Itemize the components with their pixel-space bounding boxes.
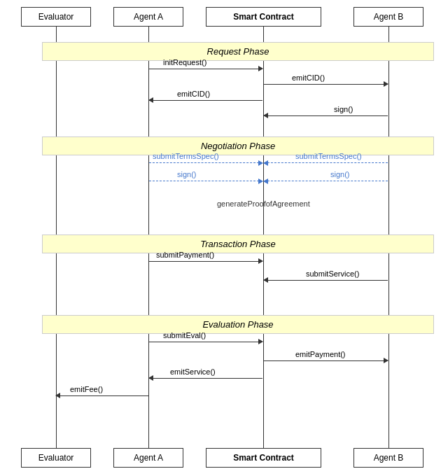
participant-evaluator-top: Evaluator	[21, 7, 91, 27]
participant-smartcontract-top: Smart Contract	[206, 7, 321, 27]
participant-agentA-bottom: Agent A	[113, 448, 183, 468]
phase-evaluation: Evaluation Phase	[42, 315, 434, 334]
sequence-diagram: Evaluator Agent A Smart Contract Agent B…	[0, 0, 448, 476]
participant-agentA-top: Agent A	[113, 7, 183, 27]
participant-smartcontract-bottom: Smart Contract	[206, 448, 321, 468]
participant-evaluator-bottom: Evaluator	[21, 448, 91, 468]
phase-negotiation: Negotiation Phase	[42, 136, 434, 155]
phase-transaction: Transaction Phase	[42, 234, 434, 253]
phase-request: Request Phase	[42, 42, 434, 61]
participant-agentB-bottom: Agent B	[354, 448, 424, 468]
participant-agentB-top: Agent B	[354, 7, 424, 27]
